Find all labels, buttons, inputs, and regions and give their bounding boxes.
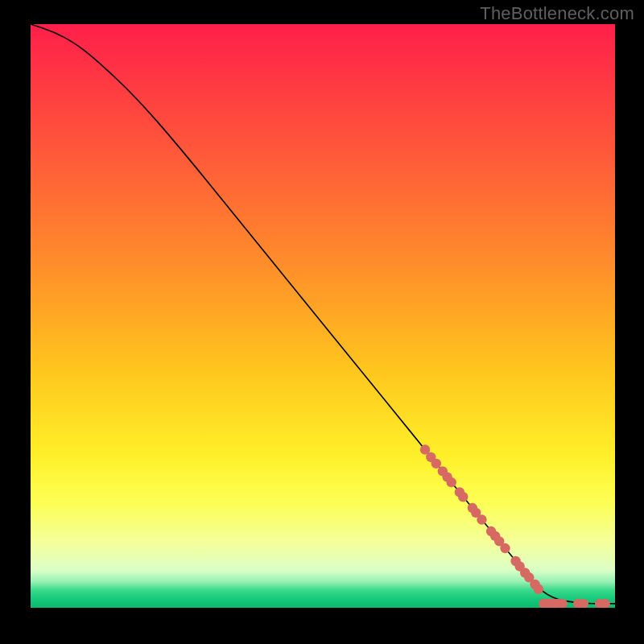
data-marker bbox=[431, 459, 441, 469]
chart-svg bbox=[31, 24, 615, 608]
data-marker bbox=[477, 514, 486, 524]
chart-container: TheBottleneck.com bbox=[0, 0, 644, 644]
data-marker bbox=[500, 543, 510, 553]
data-marker bbox=[447, 477, 456, 487]
gradient-background bbox=[31, 24, 615, 608]
data-marker bbox=[534, 584, 543, 594]
data-marker bbox=[458, 492, 468, 502]
watermark-text: TheBottleneck.com bbox=[480, 3, 634, 24]
plot-area bbox=[31, 24, 615, 608]
